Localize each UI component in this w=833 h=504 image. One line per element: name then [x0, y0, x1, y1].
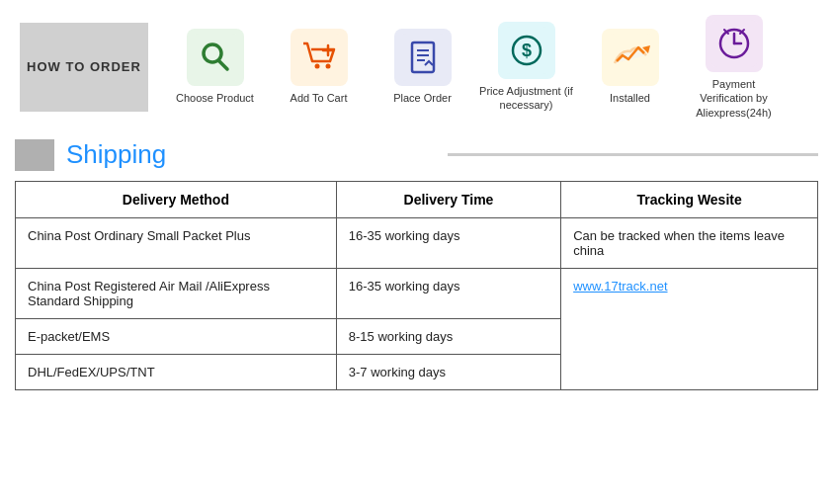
shipping-table-wrapper: Delivery Method Delivery Time Tracking W… — [15, 181, 818, 390]
row1-time: 16-35 working days — [336, 217, 560, 268]
payment-verification-icon — [706, 15, 763, 72]
row2-time: 16-35 working days — [336, 268, 560, 318]
header-delivery-method: Delivery Method — [16, 181, 337, 217]
installed-icon — [602, 29, 659, 86]
steps-container: Choose Product Add To Cart — [168, 15, 813, 120]
tracking-website-link[interactable]: www.17track.net — [573, 279, 667, 294]
step-choose-product-label: Choose Product — [176, 91, 254, 105]
how-to-order-section: HOW TO ORDER Choose Product — [0, 0, 833, 134]
shipping-divider-line — [448, 153, 819, 156]
shipping-header: Shipping — [15, 139, 818, 171]
row1-tracking: Can be tracked when the items leave chin… — [561, 217, 818, 268]
svg-point-5 — [325, 64, 330, 69]
choose-product-icon — [187, 29, 244, 86]
shipping-table: Delivery Method Delivery Time Tracking W… — [15, 181, 818, 390]
svg-point-4 — [314, 64, 319, 69]
svg-rect-0 — [192, 34, 239, 81]
row3-time: 8-15 working days — [336, 318, 560, 354]
step-payment-verification: Payment Verification by Aliexpress(24h) — [687, 15, 781, 120]
header-delivery-time: Delivery Time — [336, 181, 560, 217]
table-header-row: Delivery Method Delivery Time Tracking W… — [16, 181, 818, 217]
how-to-order-label: HOW TO ORDER — [20, 23, 148, 112]
row4-method: DHL/FedEX/UPS/TNT — [16, 354, 337, 389]
row1-method: China Post Ordinary Small Packet Plus — [16, 217, 337, 268]
step-installed-label: Installed — [610, 91, 650, 105]
svg-rect-3 — [295, 34, 343, 81]
step-installed: Installed — [583, 29, 677, 105]
row4-time: 3-7 working days — [336, 354, 560, 389]
add-to-cart-icon — [291, 29, 348, 86]
price-adjustment-icon: $ — [498, 22, 555, 79]
step-choose-product: Choose Product — [168, 29, 262, 105]
step-add-to-cart-label: Add To Cart — [291, 91, 348, 105]
row3-method: E-packet/EMS — [16, 318, 337, 354]
svg-rect-8 — [399, 34, 447, 81]
step-add-to-cart: Add To Cart — [272, 29, 366, 105]
step-place-order-label: Place Order — [393, 91, 452, 105]
svg-text:$: $ — [521, 41, 531, 60]
step-price-adjustment: $ Price Adjustment (if necessary) — [479, 22, 573, 113]
place-order-icon — [394, 29, 452, 86]
shipping-title: Shipping — [66, 139, 438, 170]
row2-tracking-merged: www.17track.net — [561, 268, 818, 389]
step-payment-verification-label: Payment Verification by Aliexpress(24h) — [687, 77, 781, 120]
table-row: China Post Registered Air Mail /AliExpre… — [16, 268, 818, 318]
row2-method: China Post Registered Air Mail /AliExpre… — [16, 268, 337, 318]
step-place-order: Place Order — [375, 29, 469, 105]
header-tracking-website: Tracking Wesite — [561, 181, 818, 217]
table-row: China Post Ordinary Small Packet Plus 16… — [16, 217, 818, 268]
step-price-adjustment-label: Price Adjustment (if necessary) — [479, 84, 573, 113]
shipping-bar-accent — [15, 139, 54, 171]
